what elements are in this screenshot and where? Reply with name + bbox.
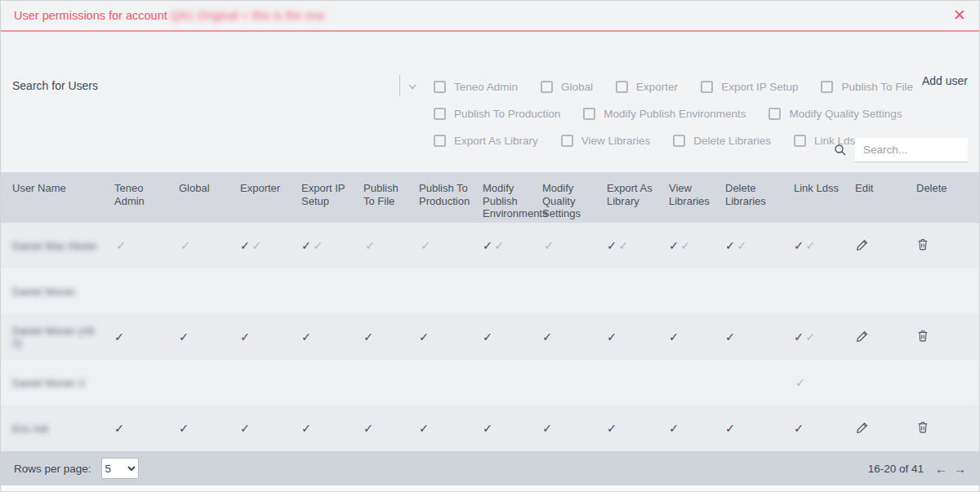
search-input[interactable] xyxy=(855,138,968,162)
delete-trash-icon[interactable] xyxy=(916,329,929,343)
user-name-cell: Daniel Moran 3 xyxy=(1,360,109,406)
column-header-delete: Delete xyxy=(911,172,979,223)
filter-checkbox-teneo-admin[interactable]: Teneo Admin xyxy=(434,81,518,93)
permission-cell xyxy=(478,360,537,406)
checkbox-icon[interactable] xyxy=(541,81,553,93)
checkbox-icon[interactable] xyxy=(434,81,446,93)
permission-cell xyxy=(537,360,602,406)
filter-row: Teneo AdminGlobalExporterExport IP Setup… xyxy=(434,73,875,100)
permission-cell: ✓ xyxy=(537,406,602,451)
checkbox-icon[interactable] xyxy=(673,135,685,147)
user-name-cell: Daniel Moran xyxy=(1,268,109,314)
permission-cell xyxy=(359,268,414,314)
permission-cell xyxy=(414,268,478,314)
permission-cell: ✓ xyxy=(174,314,235,360)
edit-cell xyxy=(850,268,911,314)
permission-cell: ✓ xyxy=(414,314,478,360)
permission-cell xyxy=(235,268,296,314)
chevron-down-icon[interactable] xyxy=(407,81,418,95)
column-header-user-name: User Name xyxy=(1,172,109,223)
permission-cell: ✓✓ xyxy=(602,223,664,268)
search-area xyxy=(834,138,968,162)
filter-checkbox-view-libraries[interactable]: View Libraries xyxy=(561,135,651,147)
permission-cell xyxy=(235,360,296,406)
filter-checkbox-publish-to-production[interactable]: Publish To Production xyxy=(434,108,560,120)
toolbar-divider xyxy=(399,75,400,96)
column-header-teneo-admin: Teneo Admin xyxy=(109,172,174,223)
filter-checkbox-global[interactable]: Global xyxy=(541,81,593,93)
edit-pencil-icon[interactable] xyxy=(855,329,870,344)
checkbox-icon[interactable] xyxy=(616,81,628,93)
checkbox-icon[interactable] xyxy=(701,81,713,93)
filter-checkbox-publish-to-file[interactable]: Publish To File xyxy=(821,81,913,93)
column-header-export-ip-setup: Export IP Setup xyxy=(296,172,359,223)
permission-cell: ✓✓ xyxy=(478,223,537,268)
permission-cell xyxy=(359,360,414,406)
table-row: Daniel Mac Alister✓✓✓✓✓✓✓✓✓✓✓✓✓✓✓✓✓✓✓ xyxy=(1,223,979,268)
permission-cell: ✓ xyxy=(664,406,720,451)
permission-cell: ✓ xyxy=(720,314,789,360)
permission-cell xyxy=(602,360,664,406)
delete-trash-icon[interactable] xyxy=(916,237,929,251)
user-name-cell: Daniel Mac Alister xyxy=(1,223,109,268)
filter-checkbox-modify-quality-settings[interactable]: Modify Quality Settings xyxy=(768,108,902,120)
permission-cell xyxy=(296,268,359,314)
edit-cell xyxy=(850,406,911,451)
permission-cell: ✓ xyxy=(235,314,296,360)
permission-cell: ✓ xyxy=(537,223,602,268)
filter-label: View Libraries xyxy=(581,135,651,147)
permission-cell: ✓ xyxy=(664,314,720,360)
filter-checkbox-exporter[interactable]: Exporter xyxy=(616,81,678,93)
user-permissions-dialog: User permissions for account QA1 Origina… xyxy=(0,0,980,492)
filter-label: Export IP Setup xyxy=(721,81,798,93)
checkbox-icon[interactable] xyxy=(434,108,446,120)
permission-cell: ✓ xyxy=(359,223,414,268)
edit-cell xyxy=(850,360,911,406)
previous-page-icon[interactable]: ← xyxy=(935,463,947,475)
permission-cell xyxy=(720,360,789,406)
add-user-button[interactable]: Add user xyxy=(922,74,968,87)
edit-pencil-icon[interactable] xyxy=(855,237,870,252)
user-name-cell: Eric Adi xyxy=(1,406,109,451)
edit-pencil-icon[interactable] xyxy=(855,420,870,435)
table-row: Daniel Moran 3✓ xyxy=(1,360,979,406)
close-icon[interactable]: ✕ xyxy=(953,7,966,23)
checkbox-icon[interactable] xyxy=(794,135,806,147)
toolbar: Search for Users Teneo AdminGlobalExport… xyxy=(1,32,979,172)
filter-label: Publish To Production xyxy=(454,108,560,120)
filter-checkbox-export-as-library[interactable]: Export As Library xyxy=(434,135,538,147)
permission-cell: ✓ xyxy=(109,223,174,268)
delete-trash-icon[interactable] xyxy=(916,420,929,434)
checkbox-icon[interactable] xyxy=(583,108,595,120)
filter-label: Exporter xyxy=(636,81,678,93)
checkbox-icon[interactable] xyxy=(434,135,446,147)
permission-cell xyxy=(109,268,174,314)
filter-checkbox-modify-publish-environments[interactable]: Modify Publish Environments xyxy=(583,108,746,120)
checkbox-icon[interactable] xyxy=(821,81,833,93)
edit-cell xyxy=(850,223,911,268)
column-header-view-libraries: View Libraries xyxy=(664,172,720,223)
filter-checkbox-delete-libraries[interactable]: Delete Libraries xyxy=(673,135,771,147)
permission-cell: ✓ xyxy=(296,314,359,360)
checkbox-icon[interactable] xyxy=(768,108,781,120)
permission-cell xyxy=(664,268,720,314)
user-name-cell: Daniel Moran (Alt 2) xyxy=(1,314,109,360)
table-row: Eric Adi✓✓✓✓✓✓✓✓✓✓✓✓ xyxy=(1,406,979,451)
rows-per-page-select[interactable]: 5 xyxy=(101,458,139,479)
column-header-export-as-library: Export As Library xyxy=(602,172,664,223)
next-page-icon[interactable]: → xyxy=(954,463,966,475)
permission-cell xyxy=(174,268,235,314)
table-header-row: User NameTeneo AdminGlobalExporterExport… xyxy=(1,172,979,223)
permission-cell: ✓✓ xyxy=(235,223,296,268)
delete-cell xyxy=(911,223,979,268)
filter-checkbox-export-ip-setup[interactable]: Export IP Setup xyxy=(701,81,798,93)
permission-cell xyxy=(720,268,789,314)
permission-cell: ✓ xyxy=(109,406,174,451)
search-icon xyxy=(834,144,847,157)
permission-cell: ✓ xyxy=(537,314,602,360)
table-footer: Rows per page: 5 16-20 of 41 ← → xyxy=(1,451,979,485)
checkbox-icon[interactable] xyxy=(561,135,573,147)
permission-cell xyxy=(296,360,359,406)
permission-cell: ✓ xyxy=(789,406,850,451)
column-header-publish-to-production: Publish To Production xyxy=(414,172,478,223)
